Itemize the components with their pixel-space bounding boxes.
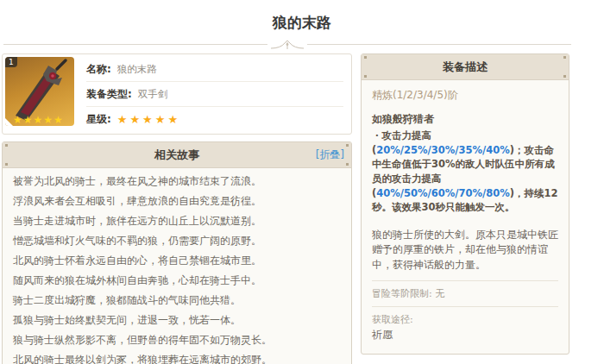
story-paragraph: 随风而来的狼在城外林间自由奔驰，心却在骑士手中。	[13, 275, 341, 286]
corner-dot-icon	[563, 75, 566, 78]
wiki-page: 狼的末路 1	[0, 0, 604, 364]
effect-description: ・攻击力提高(20%/25%/30%/35%/40%)；攻击命中生命值低于30%…	[372, 129, 558, 215]
adventure-rank-row: 冒险等阶限制: 无	[372, 280, 558, 306]
rarity-label: 星级:	[86, 112, 111, 127]
story-paragraph: 浮浪风来者会互相吸引，肆意放浪的自由究竟是彷徨。	[13, 196, 341, 206]
weapon-info-card: 1 ★★★★★ 名称: 狼的末路 装备类型: 双手剑 星级: ★★★	[2, 53, 352, 135]
info-row-rarity: 星级: ★★★★★	[86, 107, 343, 131]
page-title: 狼的末路	[0, 0, 604, 33]
corner-dot-icon	[364, 75, 367, 78]
obtain-label: 获取途径:	[372, 313, 558, 326]
info-row-name: 名称: 狼的末路	[86, 57, 343, 82]
story-paragraph: 骑士二度出城狩魔，狼都随战斗的气味同他共猎。	[13, 295, 341, 305]
story-paragraph: 北风的骑士怀着永远自由的心，将自己禁锢在城市里。	[13, 255, 341, 266]
story-paragraph: 当骑士走进城市时，旅伴在远方的山丘上以沉默道别。	[13, 216, 341, 226]
equip-desc-title: 装备描述	[443, 60, 488, 73]
title-divider	[3, 38, 571, 50]
rank-limit-label: 冒险等阶限制:	[372, 288, 432, 299]
story-panel: 相关故事 [折叠] 被誉为北风的骑士，最终在风之神的城市结束了流浪。浮浪风来者会…	[2, 141, 352, 364]
story-panel-header: 相关故事 [折叠]	[3, 142, 351, 168]
info-row-type: 装备类型: 双手剑	[86, 82, 343, 107]
weapon-icon-stars: ★★★★★	[13, 114, 64, 126]
story-paragraph: 狼与骑士纵然形影不离，但野兽的得年固不如万物灵长。	[13, 335, 341, 345]
equip-desc-header: 装备描述	[362, 54, 569, 80]
obtain-row: 获取途径: 祈愿	[372, 306, 558, 348]
story-paragraph: 憎恶城墙和灯火气味的不羁的狼，仍需要广阔的原野。	[13, 235, 341, 246]
story-panel-title: 相关故事	[154, 148, 199, 161]
effect-text-segment: 40%/50%/60%/70%/80%	[376, 187, 509, 199]
obtain-value: 祈愿	[372, 328, 558, 342]
corner-dot-icon	[346, 144, 349, 147]
corner-dot-icon	[346, 163, 349, 166]
story-paragraph: 被誉为北风的骑士，最终在风之神的城市结束了流浪。	[13, 176, 341, 186]
divider-line	[3, 44, 267, 45]
name-value: 狼的末路	[117, 63, 157, 76]
weapon-lore-text: 狼的骑士所使的大剑。原本只是城中铁匠赠予的厚重的铁片，却在他与狼的情谊中，获得神…	[372, 228, 558, 273]
corner-dot-icon	[563, 56, 566, 59]
corner-dot-icon	[5, 144, 8, 147]
rank-limit-value: 无	[435, 288, 444, 299]
rarity-stars: ★★★★★	[117, 113, 180, 126]
corner-dot-icon	[5, 163, 8, 166]
effect-name: 如狼般狩猎者	[372, 112, 558, 127]
story-body: 被誉为北风的骑士，最终在风之神的城市结束了流浪。浮浪风来者会互相吸引，肆意放浪的…	[3, 168, 351, 364]
weapon-attributes: 名称: 狼的末路 装备类型: 双手剑 星级: ★★★★★	[86, 57, 343, 131]
divider-ornament-icon	[269, 39, 305, 50]
story-paragraph: 孤狼与骑士始终默契无间，进退一致，恍若一体。	[13, 315, 341, 325]
collapse-link[interactable]: [折叠]	[316, 147, 344, 162]
type-value: 双手剑	[138, 88, 168, 101]
name-label: 名称:	[86, 62, 111, 77]
corner-dot-icon	[364, 56, 367, 59]
equip-desc-panel: 装备描述 精炼(1/2/3/4/5)阶 如狼般狩猎者 ・攻击力提高(20%/25…	[361, 53, 569, 355]
weapon-count-badge: 1	[5, 57, 17, 67]
refine-rank-label: 精炼(1/2/3/4/5)阶	[372, 88, 558, 103]
effect-text-segment: 20%/25%/30%/35%/40%	[376, 144, 509, 156]
story-paragraph: 北风的骑士最终以剑为冢，将狼埋葬在远离城市的郊野。	[13, 355, 341, 364]
equip-desc-body: 精炼(1/2/3/4/5)阶 如狼般狩猎者 ・攻击力提高(20%/25%/30%…	[362, 80, 569, 354]
weapon-icon[interactable]: 1 ★★★★★	[5, 57, 74, 126]
type-label: 装备类型:	[86, 87, 132, 102]
divider-line	[307, 44, 571, 45]
